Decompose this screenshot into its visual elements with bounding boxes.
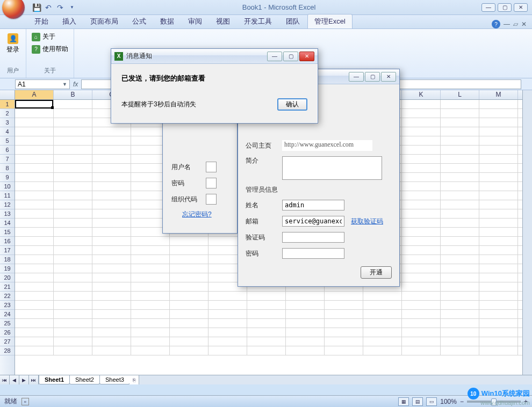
row-header[interactable]: 2 <box>0 109 15 118</box>
row-header[interactable]: 26 <box>0 328 15 337</box>
help-button[interactable]: ? 使用帮助 <box>31 43 69 55</box>
row-header[interactable]: 11 <box>0 191 15 200</box>
help-icon[interactable]: ? <box>492 20 500 28</box>
sheet-tab[interactable]: Sheet3 <box>99 375 130 384</box>
row-header[interactable]: 25 <box>0 319 15 328</box>
excel-icon: X <box>114 52 123 61</box>
row-header[interactable]: 21 <box>0 282 15 292</box>
home-icon: ⌂ <box>32 33 40 41</box>
row-header[interactable]: 9 <box>0 173 15 182</box>
tab-formulas[interactable]: 公式 <box>126 14 153 28</box>
row-header[interactable]: 28 <box>0 346 15 355</box>
ok-button[interactable]: 确认 <box>277 98 307 111</box>
row-header[interactable]: 16 <box>0 237 15 246</box>
sheet-tab[interactable]: Sheet2 <box>69 375 100 384</box>
tab-team[interactable]: 团队 <box>279 14 306 28</box>
row-header[interactable]: 12 <box>0 200 15 209</box>
view-normal-button[interactable]: ▦ <box>398 397 409 406</box>
about-button[interactable]: ⌂ 关于 <box>31 31 69 42</box>
row-header[interactable]: 22 <box>0 292 15 301</box>
intro-textarea[interactable] <box>282 156 382 180</box>
name-box[interactable]: A1 ▼ <box>15 79 70 89</box>
column-header[interactable]: K <box>402 90 441 99</box>
row-header[interactable]: 23 <box>0 301 15 310</box>
tab-insert[interactable]: 插入 <box>56 14 83 28</box>
view-pagebreak-button[interactable]: ▭ <box>426 397 437 406</box>
close-button[interactable]: ✕ <box>514 3 528 12</box>
msg-min-button[interactable]: — <box>267 52 282 61</box>
vertical-scrollbar[interactable] <box>522 90 532 375</box>
get-code-link[interactable]: 获取验证码 <box>351 217 383 226</box>
message-dialog-titlebar[interactable]: X 消息通知 — ▢ ✕ <box>111 49 318 64</box>
sheet-nav-last[interactable]: ⏭ <box>29 375 39 384</box>
org-input[interactable] <box>206 194 217 205</box>
code-input[interactable] <box>282 232 344 243</box>
doc-restore-icon[interactable]: ▱ <box>513 20 518 28</box>
tab-manage-excel[interactable]: 管理Excel <box>307 14 353 28</box>
tab-review[interactable]: 审阅 <box>182 14 209 28</box>
minimize-button[interactable]: — <box>481 3 495 12</box>
new-sheet-button[interactable]: ⎘ <box>130 375 139 384</box>
row-header[interactable]: 20 <box>0 273 15 282</box>
register-close-button[interactable]: ✕ <box>381 72 396 82</box>
tab-pagelayout[interactable]: 页面布局 <box>84 14 125 28</box>
save-icon[interactable]: 💾 <box>32 3 41 12</box>
column-header[interactable]: L <box>441 90 479 99</box>
qat-dropdown-icon[interactable]: ▼ <box>68 3 76 12</box>
username-input[interactable] <box>206 162 217 172</box>
sheet-nav-first[interactable]: ⏮ <box>0 375 10 384</box>
zoom-out-button[interactable]: − <box>460 398 464 405</box>
column-header[interactable]: M <box>479 90 518 99</box>
admin-password-input[interactable] <box>282 248 344 259</box>
undo-icon[interactable]: ↶ <box>44 3 53 12</box>
msg-max-button[interactable]: ▢ <box>283 52 298 61</box>
zoom-slider[interactable] <box>467 401 521 403</box>
doc-minimize-icon[interactable]: — <box>504 20 510 28</box>
login-button[interactable]: 👤 登录 <box>4 31 21 66</box>
row-header[interactable]: 10 <box>0 182 15 191</box>
macro-record-icon[interactable]: ▫ <box>21 398 29 405</box>
forgot-password-link[interactable]: 忘记密码? <box>182 210 212 219</box>
doc-close-icon[interactable]: ✕ <box>521 20 527 28</box>
namebox-dropdown-icon[interactable]: ▼ <box>62 82 67 87</box>
row-header[interactable]: 8 <box>0 164 15 173</box>
fx-icon[interactable]: fx <box>73 81 78 88</box>
row-header[interactable]: 6 <box>0 146 15 155</box>
admin-name-input[interactable] <box>282 200 344 210</box>
row-header[interactable]: 18 <box>0 255 15 264</box>
sheet-nav-next[interactable]: ▶ <box>19 375 29 384</box>
admin-email-input[interactable] <box>282 216 344 227</box>
row-header[interactable]: 27 <box>0 337 15 346</box>
row-header[interactable]: 7 <box>0 155 15 164</box>
tab-developer[interactable]: 开发工具 <box>238 14 278 28</box>
tab-view[interactable]: 视图 <box>210 14 236 28</box>
row-header[interactable]: 19 <box>0 264 15 273</box>
row-header[interactable]: 14 <box>0 219 15 228</box>
select-all-corner[interactable] <box>0 90 15 100</box>
password-input[interactable] <box>206 178 217 188</box>
view-pagelayout-button[interactable]: ▤ <box>412 397 423 406</box>
row-header[interactable]: 13 <box>0 209 15 219</box>
row-header[interactable]: 5 <box>0 136 15 146</box>
tab-data[interactable]: 数据 <box>154 14 181 28</box>
column-header[interactable]: A <box>15 90 54 99</box>
row-header[interactable]: 1 <box>0 100 15 109</box>
msg-close-button[interactable]: ✕ <box>299 52 314 61</box>
register-min-button[interactable]: — <box>349 72 364 82</box>
submit-button[interactable]: 开通 <box>361 266 392 279</box>
row-header[interactable]: 4 <box>0 127 15 136</box>
row-header[interactable]: 17 <box>0 246 15 255</box>
row-header[interactable]: 15 <box>0 228 15 237</box>
horizontal-scrollbar[interactable] <box>142 375 532 384</box>
register-max-button[interactable]: ▢ <box>365 72 380 82</box>
tab-home[interactable]: 开始 <box>28 14 55 28</box>
zoom-level[interactable]: 100% <box>440 398 457 405</box>
redo-icon[interactable]: ↷ <box>56 3 64 12</box>
zoom-in-button[interactable]: + <box>524 398 528 405</box>
row-header[interactable]: 24 <box>0 310 15 319</box>
maximize-button[interactable]: ▢ <box>498 3 512 12</box>
sheet-tab[interactable]: Sheet1 <box>39 375 70 384</box>
sheet-nav-prev[interactable]: ◀ <box>10 375 19 384</box>
row-header[interactable]: 3 <box>0 118 15 127</box>
column-header[interactable]: B <box>54 90 92 99</box>
